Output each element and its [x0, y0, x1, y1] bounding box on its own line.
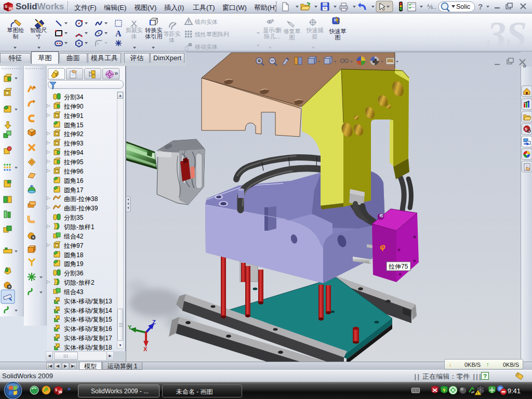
svg-text:Z: Z	[152, 319, 156, 325]
svg-text:拉伸75: 拉伸75	[388, 263, 408, 270]
svg-text:Y: Y	[128, 324, 132, 330]
svg-text:W: W	[9, 6, 13, 11]
svg-text:W: W	[59, 390, 62, 394]
svg-text:S: S	[5, 4, 8, 9]
svg-text:A: A	[115, 29, 122, 38]
svg-text:S: S	[55, 388, 58, 392]
svg-text:»: »	[68, 385, 71, 392]
svg-text:⅍..: ⅍..	[427, 3, 436, 10]
svg-text:?: ?	[478, 2, 483, 11]
svg-text:Solic: Solic	[456, 3, 470, 10]
svg-text:!: !	[477, 391, 478, 395]
svg-text:X: X	[143, 346, 148, 352]
